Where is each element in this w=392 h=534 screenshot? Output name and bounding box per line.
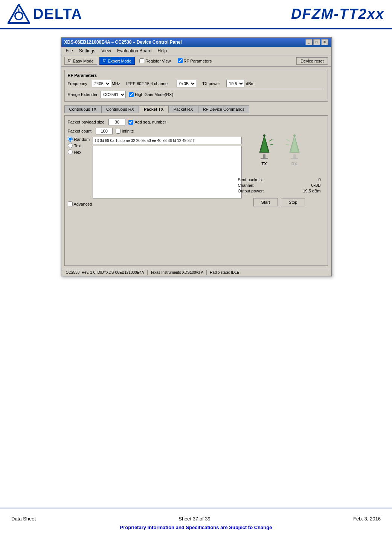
rx-antenna: RX [285, 134, 304, 166]
svg-rect-11 [291, 158, 298, 159]
action-buttons: Start Stop [253, 198, 305, 206]
svg-point-7 [263, 134, 265, 137]
add-seq-number-input[interactable] [128, 120, 133, 125]
logo-area: DELTA [8, 4, 82, 24]
footer: Data Sheet Sheet 37 of 39 Feb. 3, 2016 P… [0, 508, 392, 534]
debugger-status: Texas Instruments XDS100v3 A [148, 270, 207, 275]
tabs-container: Continuous TX Continuous RX Packet TX Pa… [64, 105, 328, 113]
tab-continuous-tx[interactable]: Continuous TX [64, 105, 102, 113]
maximize-button[interactable]: □ [313, 39, 320, 45]
tx-power-label: TX power [202, 81, 225, 86]
high-gain-mode-input[interactable] [129, 92, 134, 97]
tab-content: Packet payload size: Add seq. number Pac… [64, 115, 328, 266]
status-bar: CC2538, Rev. 1.0, DID=XDS-06EB121000E4A … [61, 269, 331, 276]
rf-parameters-checkbox[interactable]: RF Parameters [175, 58, 214, 64]
inner-content: Packet payload size: Add seq. number Pac… [68, 119, 325, 206]
advanced-row: Advanced [68, 201, 242, 206]
channel-label: IEEE 802.15.4 channel [126, 81, 175, 86]
advanced-input[interactable] [68, 201, 73, 206]
tx-label: TX [261, 162, 267, 166]
channel-group: IEEE 802.15.4 channel 0x0B [126, 80, 196, 87]
company-name: DELTA [33, 6, 82, 22]
svg-point-1 [15, 12, 23, 20]
frequency-select[interactable]: 2405 [92, 80, 111, 87]
page-header: DELTA DFZM-TT2xx [0, 0, 392, 29]
payload-size-input[interactable] [108, 119, 125, 125]
close-button[interactable]: ✕ [321, 39, 328, 45]
add-seq-number-checkbox[interactable]: Add seq. number [128, 120, 166, 125]
packet-count-label: Packet count: [68, 129, 93, 133]
rx-antenna-icon [285, 134, 304, 160]
tx-antenna: TX [255, 134, 274, 166]
window-title: XDS-06EB121000E4A – CC2538 – Device Cont… [64, 40, 182, 45]
expert-mode-button[interactable]: ☑ Expert Mode [99, 57, 135, 65]
svg-line-15 [287, 139, 290, 141]
sent-packets-label: Sent packets: [238, 177, 263, 182]
minimize-button[interactable]: _ [305, 39, 312, 45]
menu-bar: File Settings View Evaluation Board Help [61, 47, 331, 55]
frequency-unit: MHz [112, 81, 120, 86]
payload-size-row: Packet payload size: Add seq. number [68, 119, 242, 125]
infinite-checkbox[interactable]: Infinite [116, 129, 134, 134]
footer-date: Feb. 3, 2016 [353, 516, 381, 522]
rf-parameters-section: RF Parameters Frequency 2405 MHz IEEE 80… [64, 70, 328, 102]
infinite-input[interactable] [116, 129, 120, 134]
svg-line-8 [269, 139, 272, 141]
start-button[interactable]: Start [253, 198, 278, 206]
payload-textarea[interactable] [93, 146, 241, 198]
device-reset-button[interactable]: Device reset [296, 57, 328, 65]
channel-select[interactable]: 0x0B [177, 80, 196, 87]
radio-random[interactable]: Random [68, 137, 90, 142]
rf-parameters-input[interactable] [178, 58, 183, 63]
rf-params-row-1: Frequency 2405 MHz IEEE 802.15.4 channel… [68, 80, 325, 87]
radio-text[interactable]: Text [68, 143, 90, 148]
tab-rf-device-commands[interactable]: RF Device Commands [198, 105, 250, 113]
register-view-input[interactable] [139, 58, 144, 63]
toolbar: ☑ Easy Mode ☑ Expert Mode Register View … [61, 55, 331, 67]
sent-packets-row: Sent packets: 0 [238, 177, 321, 182]
menu-file[interactable]: File [63, 47, 76, 54]
sent-packets-value: 0 [318, 177, 320, 182]
tab-packet-rx[interactable]: Packet RX [169, 105, 198, 113]
device-info-status: CC2538, Rev. 1.0, DID=XDS-06EB121000E4A [63, 270, 148, 275]
window-titlebar: XDS-06EB121000E4A – CC2538 – Device Cont… [61, 38, 331, 47]
radio-random-input[interactable] [68, 137, 73, 142]
window-controls: _ □ ✕ [305, 39, 328, 45]
radio-state-status: Radio state: IDLE [207, 270, 242, 275]
svg-point-14 [293, 134, 296, 137]
hex-data-display: 13 0d 89 0a 1c db ae 32 20 9a 50 ee 40 7… [93, 137, 241, 144]
menu-evaluation-board[interactable]: Evaluation Board [114, 47, 154, 54]
payload-display: 13 0d 89 0a 1c db ae 32 20 9a 50 ee 40 7… [93, 137, 241, 198]
tab-continuous-rx[interactable]: Continuous RX [101, 105, 139, 113]
radio-hex[interactable]: Hex [68, 150, 90, 154]
product-title: DFZM-TT2xx [291, 6, 384, 22]
high-gain-mode-checkbox[interactable]: High Gain Mode(RX) [129, 92, 173, 97]
tx-power-select[interactable]: 19,5 [226, 80, 244, 87]
menu-settings[interactable]: Settings [76, 47, 98, 54]
radio-text-input[interactable] [68, 143, 73, 148]
device-window: XDS-06EB121000E4A – CC2538 – Device Cont… [61, 37, 332, 276]
register-view-checkbox[interactable]: Register View [137, 58, 173, 64]
advanced-checkbox[interactable]: Advanced [68, 201, 92, 206]
antenna-area: TX [255, 134, 304, 166]
channel-stat-value: 0x0B [311, 183, 320, 188]
stop-button[interactable]: Stop [281, 198, 305, 206]
svg-line-16 [286, 144, 289, 145]
output-power-label: Output power: [238, 189, 264, 193]
frequency-group: Frequency 2405 MHz [68, 80, 120, 87]
svg-line-9 [270, 144, 273, 145]
tab-packet-tx[interactable]: Packet TX [139, 105, 169, 113]
tx-antenna-icon [255, 134, 274, 160]
footer-proprietary: Proprietary Information and Specificatio… [11, 525, 381, 530]
packet-count-input[interactable] [96, 128, 113, 134]
menu-view[interactable]: View [98, 47, 114, 54]
delta-logo-icon [8, 4, 30, 24]
radio-hex-input[interactable] [68, 150, 73, 154]
frequency-input-group: 2405 MHz [92, 80, 120, 87]
menu-help[interactable]: Help [154, 47, 170, 54]
range-extender-select[interactable]: CC2591 [101, 91, 126, 98]
channel-stat-label: Channel: [238, 183, 255, 188]
easy-mode-button[interactable]: ☑ Easy Mode [64, 57, 97, 65]
tx-power-group: TX power 19,5 dBm [202, 80, 255, 87]
radio-column: Random Text Hex [68, 137, 90, 198]
